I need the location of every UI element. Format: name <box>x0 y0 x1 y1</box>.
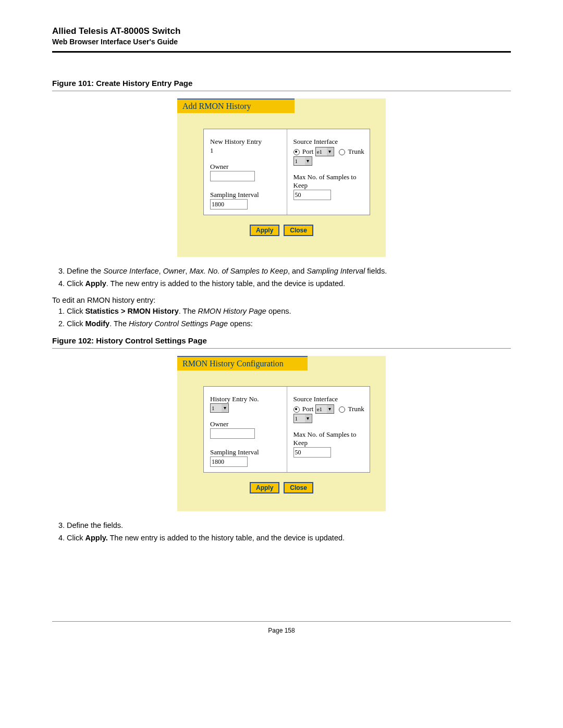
instruction-1-3: Define the Source Interface, Owner, Max.… <box>67 266 511 277</box>
close-button-2[interactable]: Close <box>284 482 313 493</box>
doc-title: Allied Telesis AT-8000S Switch <box>52 26 511 36</box>
instruction-list-2: Click Statistics > RMON History. The RMO… <box>67 306 511 329</box>
instruction-2-2: Click Modify. The History Control Settin… <box>67 319 511 329</box>
instruction-3-4: Click Apply. The new entry is added to t… <box>67 533 511 544</box>
trunk-radio-label-2: Trunk <box>348 405 364 413</box>
fig102-button-row: Apply Close <box>177 482 386 493</box>
instruction-list-3: Define the fields. Click Apply. The new … <box>67 521 511 543</box>
sampling-interval-label-2: Sampling Interval <box>210 448 282 456</box>
owner-input[interactable] <box>210 171 255 181</box>
fig102-screenshot: RMON History Configuration History Entry… <box>177 356 386 511</box>
trunk-radio[interactable] <box>339 149 345 155</box>
fig102-divider <box>52 348 511 349</box>
instruction-list-1: Define the Source Interface, Owner, Max.… <box>67 266 511 289</box>
instruction-2-1: Click Statistics > RMON History. The RMO… <box>67 306 511 317</box>
instruction-3-3: Define the fields. <box>67 521 511 531</box>
fig101-button-row: Apply Close <box>177 225 386 236</box>
fig102-left-column: History Entry No. 1 Owner Sampling Inter… <box>204 387 287 472</box>
sampling-interval-label: Sampling Interval <box>210 191 282 199</box>
source-interface-label: Source Interface <box>293 138 365 146</box>
owner-input-2[interactable] <box>210 428 255 439</box>
sampling-interval-input-2[interactable]: 1800 <box>210 456 248 467</box>
page-number: Page 158 <box>52 627 511 634</box>
trunk-select-2[interactable]: 1 <box>293 414 312 423</box>
max-samples-input-2[interactable]: 50 <box>293 447 331 458</box>
close-button[interactable]: Close <box>284 225 313 236</box>
fig101-window-title: Add RMON History <box>177 98 295 113</box>
fig102-window-title: RMON History Configuration <box>177 356 308 371</box>
trunk-select[interactable]: 1 <box>293 156 312 166</box>
port-select-2[interactable]: e1 <box>315 404 334 414</box>
trunk-radio-label: Trunk <box>348 147 364 155</box>
apply-button[interactable]: Apply <box>250 225 279 236</box>
fig101-divider <box>52 91 511 91</box>
port-radio[interactable] <box>293 149 300 155</box>
fig101-right-column: Source Interface Port e1 Trunk 1 Max No.… <box>287 129 370 215</box>
edit-intro-text: To edit an RMON history entry: <box>52 296 511 304</box>
fig101-screenshot: Add RMON History New History Entry 1 Own… <box>177 98 386 257</box>
history-entry-no-label: History Entry No. <box>210 395 282 403</box>
source-interface-label-2: Source Interface <box>293 395 365 403</box>
history-entry-no-select[interactable]: 1 <box>210 403 229 413</box>
fig102-right-column: Source Interface Port e1 Trunk 1 Max No.… <box>287 387 370 472</box>
doc-subtitle: Web Browser Interface User's Guide <box>52 38 511 46</box>
sampling-interval-input[interactable]: 1800 <box>210 199 248 209</box>
fig101-form-panel: New History Entry 1 Owner Sampling Inter… <box>203 129 370 215</box>
header-divider <box>52 51 511 53</box>
owner-label: Owner <box>210 163 282 171</box>
owner-label-2: Owner <box>210 420 282 428</box>
instruction-1-4: Click Apply. The new entry is added to t… <box>67 279 511 289</box>
figure-102-caption: Figure 102: History Control Settings Pag… <box>52 336 511 345</box>
footer-divider <box>52 621 511 622</box>
max-samples-label: Max No. of Samples to Keep <box>293 173 365 190</box>
apply-button-2[interactable]: Apply <box>250 482 279 493</box>
fig101-left-column: New History Entry 1 Owner Sampling Inter… <box>204 129 287 215</box>
port-radio-label: Port <box>302 147 314 155</box>
new-history-entry-value: 1 <box>210 146 282 155</box>
max-samples-label-2: Max No. of Samples to Keep <box>293 430 365 447</box>
max-samples-input[interactable]: 50 <box>293 190 331 200</box>
fig102-form-panel: History Entry No. 1 Owner Sampling Inter… <box>203 386 370 473</box>
trunk-radio-2[interactable] <box>339 406 345 413</box>
port-radio-2[interactable] <box>293 406 300 413</box>
port-select[interactable]: e1 <box>315 147 334 156</box>
port-radio-label-2: Port <box>302 405 314 413</box>
figure-101-caption: Figure 101: Create History Entry Page <box>52 79 511 88</box>
new-history-entry-label: New History Entry <box>210 138 282 146</box>
